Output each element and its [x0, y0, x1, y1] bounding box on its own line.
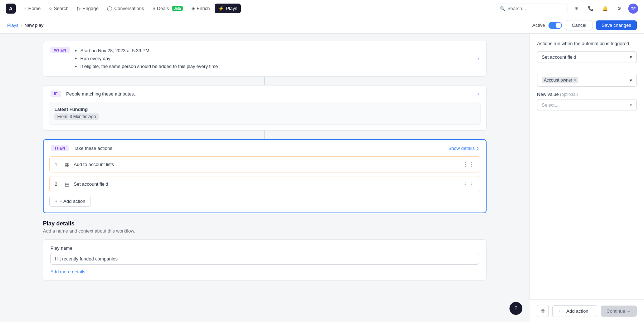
nav-plays[interactable]: ⚡ Plays: [215, 4, 241, 13]
action-icon-1: ▦: [65, 162, 69, 167]
phone-icon-btn[interactable]: 📞: [585, 3, 596, 14]
add-action-bottom-button[interactable]: + + Add action: [552, 305, 597, 317]
then-header: THEN Take these actions: Show details ›: [44, 140, 486, 156]
active-label: Active: [532, 23, 545, 28]
when-content: Start on Nov 28, 2023 at 5:39 PM Run eve…: [75, 47, 472, 70]
main-content: WHEN Start on Nov 28, 2023 at 5:39 PM Ru…: [0, 34, 530, 322]
action-menu-2[interactable]: ⋮⋮: [463, 181, 475, 187]
add-more-details-link[interactable]: Add more details: [50, 269, 86, 274]
active-toggle[interactable]: [548, 22, 562, 29]
nav-home[interactable]: ⌂ Home: [20, 4, 44, 13]
engage-icon: ▷: [77, 6, 81, 11]
play-name-input[interactable]: [50, 253, 479, 265]
nav-engage[interactable]: ▷ Engage: [74, 4, 102, 13]
filter-title: Latest Funding: [54, 107, 475, 112]
trash-icon: 🗑: [541, 308, 545, 314]
search-input[interactable]: [507, 6, 564, 11]
then-block: THEN Take these actions: Show details › …: [43, 139, 487, 213]
chevron-down-icon: ▾: [630, 54, 632, 60]
action-item-1[interactable]: 1 ▦ Add to account lists ⋮⋮: [49, 156, 480, 172]
filter-tag[interactable]: From: 3 Months Ago: [54, 113, 99, 120]
app-logo[interactable]: A: [6, 4, 16, 14]
select-chevron-icon: ▾: [630, 102, 632, 108]
if-header: IF People matching these attributes... ›: [43, 86, 486, 102]
when-bullet-3: If eligible, the same person should be a…: [80, 63, 472, 70]
action-num-2: 2: [55, 181, 60, 187]
nav-deals[interactable]: $ Deals Beta: [149, 4, 186, 13]
conversations-icon: ◯: [107, 6, 112, 11]
rp-field-section: Account owner × ▾: [537, 74, 637, 87]
top-nav: A ⌂ Home ○ Search ▷ Engage ◯ Conversatio…: [0, 0, 644, 17]
play-name-card: Play name Add more details: [43, 239, 487, 280]
search-box[interactable]: 🔍: [496, 4, 567, 13]
avatar[interactable]: TF: [628, 4, 638, 14]
nav-right: 🔍 ⊞ 📞 🔔 ⚙ TF: [496, 3, 638, 14]
play-name-label: Play name: [50, 245, 479, 251]
breadcrumb: Plays › New play: [7, 23, 44, 28]
when-if-connector: [43, 77, 487, 85]
delete-button[interactable]: 🗑: [537, 305, 549, 317]
plays-icon: ⚡: [218, 6, 224, 11]
breadcrumb-bar: Plays › New play Active Cancel Save chan…: [0, 17, 644, 34]
cancel-button[interactable]: Cancel: [566, 20, 592, 30]
bell-icon-btn[interactable]: 🔔: [600, 3, 610, 14]
if-chevron-icon[interactable]: ›: [477, 91, 479, 97]
settings-icon-btn[interactable]: ⚙: [614, 3, 625, 14]
when-chevron-icon[interactable]: ›: [477, 55, 479, 62]
tag-input-chevron: ▾: [630, 78, 632, 83]
play-details: Play details Add a name and context abou…: [43, 220, 487, 280]
deals-icon: $: [153, 6, 155, 11]
connector-line-2: [264, 131, 265, 139]
breadcrumb-actions: Active Cancel Save changes: [532, 20, 637, 30]
then-title: Take these actions:: [74, 146, 113, 151]
breadcrumb-parent[interactable]: Plays: [7, 23, 19, 28]
action-label-1: Add to account lists: [74, 162, 458, 167]
save-button[interactable]: Save changes: [596, 20, 637, 30]
action-num-1: 1: [55, 162, 60, 167]
home-icon: ⌂: [24, 6, 26, 11]
rp-action-dropdown[interactable]: Set account field ▾: [537, 51, 637, 63]
continue-button[interactable]: Continue →: [601, 306, 637, 317]
filter-card: Latest Funding From: 3 Months Ago: [49, 102, 480, 125]
nav-enrich[interactable]: ◈ Enrich: [188, 4, 214, 13]
enrich-icon: ◈: [191, 6, 195, 11]
connector-line: [264, 77, 265, 85]
rp-new-value-label: New value (optional): [537, 92, 637, 97]
bottom-bar: 🗑 + + Add action Continue →: [530, 299, 644, 322]
nav-search[interactable]: ○ Search: [46, 4, 72, 13]
action-item-2[interactable]: 2 ▤ Set account field ⋮⋮: [49, 176, 480, 192]
tag-remove-icon[interactable]: ×: [574, 78, 576, 83]
add-action-button[interactable]: + + Add action: [49, 196, 91, 207]
search-nav-icon: ○: [49, 6, 52, 11]
when-block: WHEN Start on Nov 28, 2023 at 5:39 PM Ru…: [43, 41, 487, 77]
main-layout: WHEN Start on Nov 28, 2023 at 5:39 PM Ru…: [0, 34, 644, 322]
rp-field-tag-input[interactable]: Account owner × ▾: [537, 74, 637, 87]
rp-title: Actions run when the automation is trigg…: [537, 41, 637, 46]
show-details-link[interactable]: Show details: [448, 146, 475, 151]
when-bullet-2: Run every day: [80, 55, 472, 63]
if-badge: IF: [50, 91, 61, 97]
grid-icon-btn[interactable]: ⊞: [571, 3, 582, 14]
breadcrumb-separator: ›: [21, 23, 22, 28]
add-icon: +: [558, 308, 561, 314]
action-menu-1[interactable]: ⋮⋮: [463, 161, 475, 168]
if-block: IF People matching these attributes... ›…: [43, 85, 487, 131]
rp-select-dropdown[interactable]: Select... ▾: [537, 99, 637, 111]
if-then-connector: [43, 131, 487, 139]
then-header-right: Show details ›: [448, 145, 479, 151]
right-panel: Actions run when the automation is trigg…: [530, 34, 644, 322]
help-button[interactable]: ?: [509, 302, 522, 315]
add-action-plus-icon: +: [55, 199, 58, 204]
rp-optional-label: (optional): [560, 92, 578, 97]
if-label: People matching these attributes...: [66, 91, 138, 97]
breadcrumb-current: New play: [24, 23, 43, 28]
account-owner-tag[interactable]: Account owner ×: [542, 77, 578, 83]
play-details-title: Play details: [43, 220, 487, 227]
search-icon: 🔍: [500, 6, 505, 11]
rp-new-value-section: New value (optional) Select... ▾: [537, 92, 637, 111]
when-bullet-1: Start on Nov 28, 2023 at 5:39 PM: [80, 47, 472, 55]
nav-conversations[interactable]: ◯ Conversations: [103, 4, 147, 13]
then-chevron-icon[interactable]: ›: [477, 145, 479, 151]
action-label-2: Set account field: [74, 181, 458, 187]
then-badge: THEN: [51, 145, 69, 151]
